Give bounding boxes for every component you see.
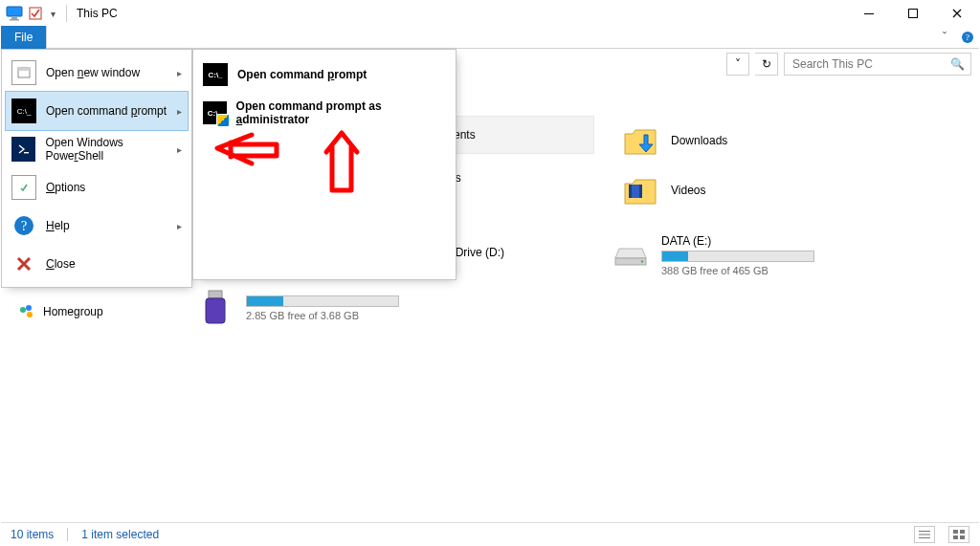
- qat-properties-icon[interactable]: [26, 3, 45, 24]
- drive-free-text: 388 GB free of 465 GB: [661, 265, 814, 276]
- svg-rect-23: [919, 531, 930, 532]
- drive-label: DATA (E:): [661, 234, 814, 248]
- maximize-button[interactable]: [891, 1, 935, 26]
- app-icon: [5, 3, 24, 24]
- file-menu-new-window[interactable]: Open new window ▸: [6, 54, 188, 92]
- svg-rect-20: [24, 152, 29, 153]
- svg-rect-29: [960, 535, 965, 539]
- address-bar-tail[interactable]: ˅: [726, 53, 749, 76]
- file-menu-powershell[interactable]: Open Windows PowerShell ▸: [6, 130, 188, 168]
- title-bar: ▾ This PC: [1, 1, 979, 26]
- chevron-right-icon: ▸: [177, 144, 182, 155]
- folder-downloads[interactable]: Downloads: [610, 116, 739, 165]
- close-window-button[interactable]: [935, 1, 979, 26]
- divider: [66, 5, 67, 22]
- chevron-right-icon: ▸: [177, 68, 182, 78]
- svg-rect-14: [206, 298, 225, 323]
- close-icon: [11, 251, 36, 276]
- hdd-icon: [612, 236, 650, 274]
- svg-rect-2: [10, 19, 19, 21]
- menu-label: Open new window: [46, 66, 140, 79]
- file-menu-close[interactable]: Close: [6, 245, 188, 283]
- submenu-open-command-prompt[interactable]: C:\_ Open command prompt: [199, 55, 450, 94]
- drive-usage-bar: [661, 251, 814, 262]
- svg-rect-26: [953, 530, 958, 534]
- svg-rect-0: [7, 7, 22, 16]
- ribbon-collapsed-area: [46, 26, 933, 49]
- view-large-icons-button[interactable]: [948, 526, 969, 543]
- options-icon: [11, 175, 36, 200]
- minimize-button[interactable]: [847, 1, 891, 26]
- search-input[interactable]: [791, 56, 950, 72]
- ribbon-tab-row: File ˇ ?: [1, 26, 979, 49]
- menu-label: Open Windows PowerShell: [45, 136, 182, 163]
- svg-rect-13: [209, 291, 222, 298]
- nav-homegroup[interactable]: Homegroup: [18, 303, 103, 320]
- svg-text:?: ?: [966, 33, 969, 42]
- svg-rect-3: [30, 8, 41, 19]
- menu-label: Close: [46, 257, 76, 271]
- folder-label: Videos: [671, 184, 705, 197]
- cmd-icon: C:\_: [11, 98, 36, 123]
- svg-rect-9: [629, 185, 632, 198]
- folder-videos[interactable]: Videos: [610, 165, 717, 215]
- window-title: This PC: [77, 7, 118, 20]
- submenu-label: Open command prompt: [237, 68, 367, 81]
- cmd-icon: C:\_: [203, 63, 228, 86]
- svg-rect-4: [864, 13, 874, 14]
- drive-data-e[interactable]: DATA (E:) 388 GB free of 465 GB: [600, 230, 826, 280]
- svg-point-12: [641, 260, 643, 262]
- status-item-count: 10 items: [11, 528, 54, 541]
- file-menu-command-prompt[interactable]: C:\_ Open command prompt ▸: [6, 92, 188, 130]
- svg-rect-25: [919, 537, 930, 538]
- svg-rect-24: [919, 534, 930, 535]
- search-box[interactable]: 🔍: [784, 53, 971, 76]
- menu-label: Options: [46, 181, 85, 194]
- submenu-open-command-prompt-admin[interactable]: C:\_ Open command prompt as administrato…: [199, 94, 450, 132]
- status-bar: 10 items 1 item selected: [1, 522, 979, 545]
- drive-usage-bar: [246, 295, 399, 307]
- svg-rect-27: [960, 530, 965, 534]
- chevron-down-icon: ˅: [735, 57, 741, 71]
- menu-label: Open command prompt: [46, 104, 167, 118]
- cmd-admin-icon: C:\_: [203, 101, 227, 124]
- svg-rect-19: [18, 68, 30, 71]
- ribbon-expand-icon[interactable]: ˇ: [933, 26, 956, 49]
- file-tab[interactable]: File: [1, 26, 46, 49]
- file-menu-options[interactable]: Options: [6, 168, 188, 207]
- search-icon: 🔍: [950, 57, 965, 71]
- view-details-button[interactable]: [914, 526, 935, 543]
- folder-label: Downloads: [671, 134, 727, 147]
- chevron-right-icon: ▸: [177, 106, 182, 117]
- usb-drive-icon: [196, 288, 234, 326]
- downloads-icon: [621, 121, 659, 160]
- svg-rect-10: [639, 185, 642, 198]
- new-window-icon: [11, 60, 36, 85]
- drive-usb[interactable]: 2.85 GB free of 3.68 GB: [185, 284, 411, 330]
- help-icon: ?: [11, 213, 36, 238]
- file-menu-help[interactable]: ? Help ▸: [6, 207, 188, 245]
- submenu-label: Open command prompt as administrator: [236, 99, 446, 126]
- svg-rect-5: [909, 10, 918, 18]
- status-selected-count: 1 item selected: [81, 528, 159, 541]
- svg-text:?: ?: [21, 219, 27, 233]
- powershell-icon: [11, 137, 35, 162]
- drive-free-text: 2.85 GB free of 3.68 GB: [246, 310, 399, 321]
- nav-label: Homegroup: [43, 305, 103, 318]
- svg-rect-28: [953, 535, 958, 539]
- svg-point-17: [27, 312, 33, 317]
- svg-rect-1: [11, 17, 17, 19]
- homegroup-icon: [18, 303, 35, 320]
- command-prompt-submenu: C:\_ Open command prompt C:\_ Open comma…: [192, 49, 457, 280]
- qat-dropdown-icon[interactable]: ▾: [47, 3, 58, 24]
- file-menu-popup: Open new window ▸ C:\_ Open command prom…: [1, 49, 192, 288]
- svg-point-16: [26, 305, 32, 311]
- chevron-right-icon: ▸: [177, 221, 182, 231]
- menu-label: Help: [46, 219, 70, 232]
- refresh-button[interactable]: ↻: [755, 53, 778, 76]
- svg-point-15: [20, 307, 26, 313]
- help-icon[interactable]: ?: [956, 26, 979, 49]
- videos-icon: [621, 171, 659, 209]
